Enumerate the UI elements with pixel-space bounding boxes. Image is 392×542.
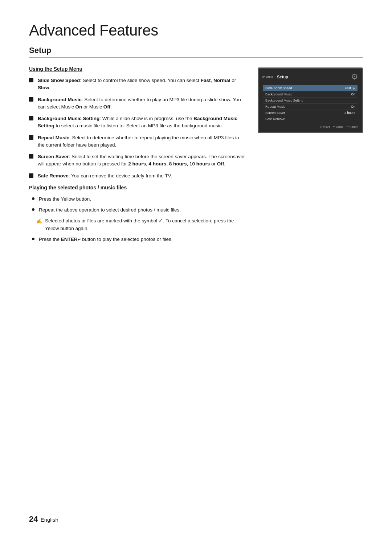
tv-row-label: Repeat Music: [265, 105, 351, 108]
list-item: Safe Remove: You can remove the device s…: [29, 172, 247, 180]
bullet-text-6: Safe Remove: You can remove the device s…: [38, 172, 247, 180]
dot-bullet: [32, 238, 34, 240]
tv-row-value: Off: [351, 93, 355, 96]
bullet-text-5: Screen Saver: Select to set the waiting …: [38, 153, 247, 168]
tv-row-value: On: [351, 105, 355, 108]
dot-item-text-3: Press the ENTER↵ button to play the sele…: [39, 236, 172, 243]
list-item: Background Music: Select to determine wh…: [29, 96, 247, 111]
tv-footer-move: ⬆ Move: [320, 125, 330, 128]
list-item: Repeat Music: Select to determine whethe…: [29, 134, 247, 149]
enter-icon: ↵: [78, 237, 81, 242]
tv-row-label: Background Music: [265, 93, 351, 96]
dot-list: Press the Yellow button. Repeat the abov…: [29, 196, 247, 214]
tv-menu-row: Repeat Music On: [263, 104, 358, 110]
bullet-text-2: Background Music: Select to determine wh…: [38, 96, 247, 111]
subsection1-title: Using the Setup Menu: [29, 66, 247, 72]
tv-row-value: Fast: [344, 86, 351, 90]
tv-footer-enter: ↵ Enter: [333, 125, 343, 128]
list-item: Background Music Setting: While a slide …: [29, 115, 247, 130]
gear-icon: ⚙: [351, 72, 358, 82]
text-column: Using the Setup Menu Slide Show Speed: S…: [29, 66, 247, 247]
dot-list-2: Press the ENTER↵ button to play the sele…: [29, 236, 247, 243]
tv-logo-top: IP Media: [262, 75, 273, 78]
tv-row-label: Safe Remove: [265, 117, 355, 121]
tv-footer: ⬆ Move ↵ Enter ↩ Return: [262, 125, 358, 128]
section-title: Setup: [29, 46, 363, 58]
dot-list-item: Press the Yellow button.: [32, 196, 247, 203]
bullet-text-4: Repeat Music: Select to determine whethe…: [38, 134, 247, 149]
tv-image-column: IP Media Setup ⚙ Slide Show Speed Fast ▶…: [258, 66, 363, 247]
bullet-text-3: Background Music Setting: While a slide …: [38, 115, 247, 130]
tv-menu-label: Setup: [277, 75, 288, 79]
bullet-text-1: Slide Show Speed: Select to control the …: [38, 77, 247, 92]
tv-logo: IP Media: [262, 75, 273, 78]
square-bullet: [29, 135, 33, 140]
tv-row-value: 2 hours: [344, 111, 355, 115]
tv-row-arrow-icon: ▶: [353, 87, 355, 90]
square-bullet: [29, 116, 33, 120]
page-num: 24: [29, 514, 38, 523]
tv-header: IP Media Setup ⚙: [262, 72, 358, 82]
tv-row-label: Screen Saver: [265, 111, 344, 115]
tv-row-label: Background Music Setting: [265, 99, 355, 102]
tv-row-label: Slide Show Speed: [265, 86, 344, 90]
dot-item-text-1: Press the Yellow button.: [39, 196, 91, 203]
tv-menu-row: Safe Remove: [263, 116, 358, 122]
square-bullet: [29, 97, 33, 102]
tv-menu-row: Background Music Off: [263, 91, 358, 98]
content-area: Using the Setup Menu Slide Show Speed: S…: [29, 66, 363, 247]
square-bullet: [29, 173, 33, 178]
page-title: Advanced Features: [29, 22, 363, 39]
page-language: English: [41, 517, 58, 523]
dot-bullet: [32, 197, 34, 200]
dot-list-item: Repeat the above operation to select des…: [32, 206, 247, 214]
page: Advanced Features Setup Using the Setup …: [0, 0, 392, 542]
tv-menu-row: Slide Show Speed Fast ▶: [263, 85, 358, 91]
list-item: Slide Show Speed: Select to control the …: [29, 77, 247, 92]
note-icon: ✍: [36, 218, 42, 225]
subsection2-title: Playing the selected photos / music file…: [29, 185, 247, 190]
note-text: Selected photos or files are marked with…: [45, 217, 247, 232]
tv-footer-return: ↩ Return: [346, 125, 358, 128]
note-item: ✍ Selected photos or files are marked wi…: [29, 217, 247, 232]
tv-menu-row: Background Music Setting: [263, 98, 358, 104]
tv-menu-rows: Slide Show Speed Fast ▶ Background Music…: [262, 85, 358, 123]
dot-bullet: [32, 208, 34, 211]
bullet-list: Slide Show Speed: Select to control the …: [29, 77, 247, 180]
page-number: 24 English: [29, 514, 58, 524]
dot-list-item: Press the ENTER↵ button to play the sele…: [32, 236, 247, 243]
list-item: Screen Saver: Select to set the waiting …: [29, 153, 247, 168]
square-bullet: [29, 154, 33, 159]
tv-screen: IP Media Setup ⚙ Slide Show Speed Fast ▶…: [258, 67, 363, 133]
dot-item-text-2: Repeat the above operation to select des…: [39, 206, 181, 214]
tv-menu-row: Screen Saver 2 hours: [263, 110, 358, 116]
square-bullet: [29, 78, 33, 82]
